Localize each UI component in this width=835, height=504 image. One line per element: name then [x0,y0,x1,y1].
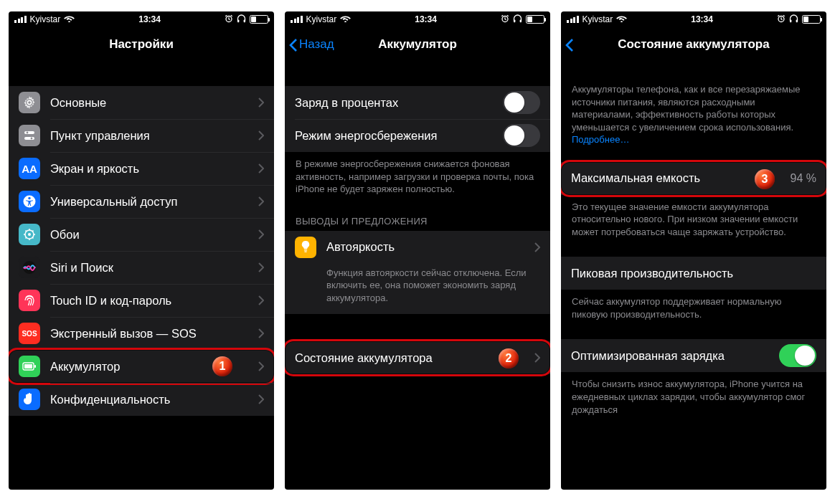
gear-icon [19,92,40,113]
battery-icon [19,356,40,377]
learn-more-link[interactable]: Подробнее… [572,134,629,145]
hand-icon [19,389,40,410]
alarm-icon [777,14,786,25]
low-power-mode-row[interactable]: Режим энергосбережения [285,119,550,152]
svg-rect-16 [24,364,32,369]
callout-badge-2: 2 [499,348,519,369]
settings-row-display[interactable]: AA Экран и яркость [9,152,274,185]
svg-point-11 [28,197,30,199]
row-label: Экстренный вызов — SOS [50,327,197,341]
lightbulb-icon [295,237,316,258]
status-bar: Kyivstar 13:34 [285,11,550,27]
low-power-footer: В режиме энергосбережения снижается фоно… [285,152,550,196]
optimized-charging-footer: Чтобы снизить износ аккумулятора, iPhone… [561,372,826,416]
screenshot-battery: Kyivstar 13:34 Назад Аккумулятор Заряд в… [285,11,550,490]
screenshot-battery-health: Kyivstar 13:34 Состояние аккумулятора Ак… [561,11,826,490]
carrier-label: Kyivstar [30,14,61,24]
auto-brightness-footer: Функция автояркости сейчас отключена. Ес… [285,264,550,315]
accessibility-icon [19,191,40,212]
settings-row-accessibility[interactable]: Универсальный доступ [9,185,274,218]
wallpaper-icon [19,224,40,245]
headphones-icon [789,14,798,25]
row-label: Siri и Поиск [50,261,113,275]
svg-rect-7 [24,137,34,140]
svg-rect-6 [24,131,34,134]
screenshot-settings: Kyivstar 13:34 Настройки Основные Пункт … [9,11,274,490]
wifi-icon [340,14,351,24]
optimized-charging-row[interactable]: Оптимизированная зарядка [561,339,826,372]
max-capacity-row[interactable]: Максимальная емкость 3 94 % [561,162,826,195]
chevron-right-icon [258,328,264,338]
callout-badge-1: 1 [212,356,232,376]
settings-row-battery[interactable]: Аккумулятор 1 [9,350,274,383]
toggle-battery-percentage[interactable] [503,91,540,114]
settings-row-touchid[interactable]: Touch ID и код-пароль [9,284,274,317]
nav-bar: Назад Аккумулятор [285,27,550,62]
svg-point-8 [27,132,29,134]
chevron-left-icon [289,38,298,52]
row-label: Touch ID и код-пароль [50,294,171,308]
callout-badge-3: 3 [755,169,775,189]
alarm-icon [501,14,509,25]
status-bar: Kyivstar 13:34 [561,11,826,27]
back-button[interactable]: Назад [289,27,334,62]
settings-row-sos[interactable]: SOS Экстренный вызов — SOS [9,317,274,350]
row-label: Аккумулятор [50,360,120,374]
svg-rect-17 [34,365,36,368]
row-label: Автояркость [326,240,395,254]
sos-icon: SOS [19,323,40,344]
settings-row-general[interactable]: Основные [9,86,274,119]
settings-row-privacy[interactable]: Конфиденциальность [9,383,274,416]
chevron-right-icon [534,353,540,363]
back-button[interactable] [565,27,574,62]
clock: 13:34 [415,14,437,24]
row-label: Режим энергосбережения [295,129,438,143]
wifi-icon [64,14,75,24]
headphones-icon [237,14,246,25]
svg-rect-19 [514,19,515,22]
battery-health-row[interactable]: Состояние аккумулятора 2 [285,341,550,374]
signal-icon [567,16,579,23]
status-bar: Kyivstar 13:34 [9,11,274,27]
section-header: ВЫВОДЫ И ПРЕДЛОЖЕНИЯ [285,196,550,231]
nav-bar: Состояние аккумулятора [561,27,826,62]
battery-icon [526,15,544,24]
auto-brightness-row[interactable]: Автояркость [285,231,550,264]
peak-performance-footer: Сейчас аккумулятор поддерживает нормальн… [561,290,826,320]
svg-point-13 [28,233,31,236]
toggles-icon [19,125,40,146]
battery-percentage-row[interactable]: Заряд в процентах [285,86,550,119]
fingerprint-icon [19,290,40,311]
alarm-icon [225,14,233,25]
toggle-optimized-charging[interactable] [779,344,816,367]
row-label: Основные [50,96,106,110]
row-label: Конфиденциальность [50,393,170,406]
signal-icon [291,16,303,23]
row-label: Обои [50,228,80,242]
max-capacity-value: 94 % [791,172,816,185]
battery-icon [250,15,268,24]
toggle-low-power-mode[interactable] [503,124,540,147]
svg-rect-25 [796,19,798,22]
svg-rect-22 [304,251,307,252]
svg-rect-2 [244,19,245,22]
settings-row-control-center[interactable]: Пункт управления [9,119,274,152]
row-label: Пункт управления [50,129,150,143]
settings-row-siri[interactable]: Siri и Поиск [9,251,274,284]
signal-icon [14,16,27,23]
settings-row-wallpaper[interactable]: Обои [9,218,274,251]
clock: 13:34 [691,14,713,24]
back-label: Назад [299,37,334,52]
peak-performance-row[interactable]: Пиковая производительность [561,257,826,290]
chevron-right-icon [258,394,264,404]
nav-bar: Настройки [9,27,274,62]
max-capacity-footer: Это текущее значение емкости аккумулятор… [561,195,826,239]
chevron-right-icon [258,196,264,206]
chevron-right-icon [258,163,264,173]
row-label: Состояние аккумулятора [295,351,433,365]
row-label: Универсальный доступ [50,195,177,209]
row-label: Оптимизированная зарядка [571,349,725,363]
svg-rect-1 [237,19,239,22]
chevron-right-icon [258,229,264,239]
chevron-right-icon [258,98,264,108]
